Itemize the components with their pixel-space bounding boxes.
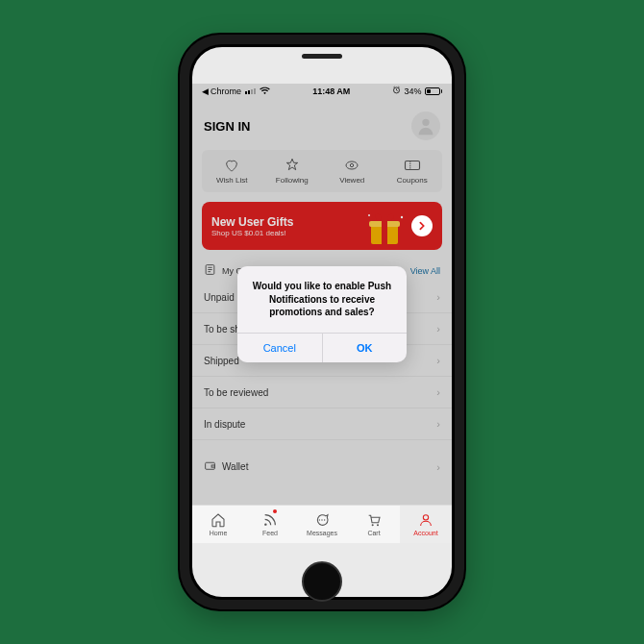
order-row-in-dispute[interactable]: In dispute › [192, 409, 452, 440]
chevron-right-icon: › [436, 461, 440, 473]
wishlist-label: Wish List [216, 176, 247, 185]
back-app-label: Chrome [211, 87, 241, 96]
svg-point-2 [346, 161, 358, 169]
svg-rect-12 [211, 465, 214, 467]
svg-point-9 [368, 214, 370, 216]
page-header: SIGN IN [192, 98, 452, 150]
sign-in-title[interactable]: SIGN IN [204, 119, 250, 134]
order-row-to-be-reviewed[interactable]: To be reviewed › [192, 377, 452, 409]
tab-feed[interactable]: Feed [244, 506, 296, 543]
wishlist-button[interactable]: Wish List [202, 158, 262, 185]
tab-bar: Home Feed Messages Cart Account [192, 505, 452, 543]
phone-frame: ◀ Chrome 11:48 AM 34% [180, 35, 464, 609]
tab-label: Account [413, 530, 437, 536]
coupons-label: Coupons [397, 176, 428, 185]
row-label: In dispute [204, 419, 245, 430]
tab-cart[interactable]: Cart [348, 506, 400, 543]
tab-label: Feed [262, 530, 278, 536]
wifi-icon [260, 87, 270, 96]
svg-point-17 [372, 524, 374, 526]
quick-links-row: Wish List Following Viewed Coupons [202, 150, 442, 192]
cancel-button[interactable]: Cancel [237, 334, 323, 362]
chevron-right-icon: › [436, 291, 440, 303]
orders-icon [204, 263, 216, 278]
tab-home[interactable]: Home [192, 506, 244, 543]
ok-button[interactable]: OK [323, 334, 408, 362]
wallet-label: Wallet [222, 461, 248, 472]
home-icon [211, 512, 226, 529]
svg-rect-7 [382, 221, 387, 244]
back-caret-icon: ◀ [202, 87, 209, 96]
following-label: Following [276, 176, 309, 185]
svg-point-15 [321, 519, 322, 520]
chevron-right-icon: › [436, 386, 440, 398]
tab-label: Messages [307, 530, 337, 536]
notification-dot-icon [273, 509, 277, 513]
dialog-message: Would you like to enable Push Notificati… [237, 266, 407, 333]
svg-point-19 [423, 515, 428, 520]
svg-point-3 [351, 163, 354, 166]
svg-point-8 [401, 216, 403, 218]
viewed-label: Viewed [339, 176, 364, 185]
view-all-link[interactable]: View All [410, 266, 440, 276]
gift-icon [365, 211, 408, 250]
chevron-right-icon: › [436, 418, 440, 430]
following-button[interactable]: Following [262, 158, 323, 185]
svg-point-1 [422, 119, 429, 126]
banner-subtitle: Shop US $0.01 deals! [211, 229, 293, 237]
chevron-right-icon: › [436, 323, 440, 334]
coupon-icon [404, 158, 421, 173]
star-plus-icon [285, 158, 300, 173]
back-to-chrome[interactable]: ◀ Chrome [202, 87, 241, 96]
svg-rect-4 [405, 161, 419, 170]
push-notification-dialog: Would you like to enable Push Notificati… [237, 266, 407, 362]
row-label: Shipped [204, 356, 239, 366]
tab-messages[interactable]: Messages [296, 506, 348, 543]
tab-account[interactable]: Account [400, 506, 452, 543]
tab-label: Home [210, 530, 228, 536]
messages-icon [314, 512, 330, 529]
viewed-button[interactable]: Viewed [322, 158, 383, 185]
battery-icon [425, 87, 443, 95]
wallet-row[interactable]: Wallet › [192, 450, 452, 483]
status-time: 11:48 AM [312, 87, 350, 96]
wallet-icon [204, 459, 216, 474]
svg-point-18 [377, 524, 379, 526]
heart-icon [224, 158, 239, 173]
alarm-icon [392, 86, 401, 96]
phone-screen: ◀ Chrome 11:48 AM 34% [192, 47, 452, 597]
svg-point-14 [319, 519, 320, 520]
chevron-right-icon: › [436, 355, 440, 366]
tab-label: Cart [367, 530, 380, 536]
cart-icon [366, 512, 382, 529]
status-bar: ◀ Chrome 11:48 AM 34% [192, 84, 452, 98]
avatar[interactable] [411, 111, 440, 140]
account-icon [418, 512, 433, 529]
eye-icon [344, 158, 359, 173]
svg-rect-11 [206, 462, 215, 469]
feed-icon [262, 512, 278, 529]
svg-point-16 [324, 519, 325, 520]
chevron-right-icon [411, 215, 433, 236]
row-label: To be reviewed [204, 387, 268, 398]
banner-title: New User Gifts [211, 215, 293, 229]
coupons-button[interactable]: Coupons [383, 158, 443, 185]
new-user-banner[interactable]: New User Gifts Shop US $0.01 deals! [202, 202, 442, 250]
phone-speaker [302, 54, 342, 59]
row-label: Unpaid [204, 292, 235, 303]
cell-signal-icon [245, 88, 256, 94]
svg-point-13 [264, 523, 266, 525]
battery-pct: 34% [404, 87, 421, 96]
phone-home-button[interactable] [302, 561, 342, 602]
